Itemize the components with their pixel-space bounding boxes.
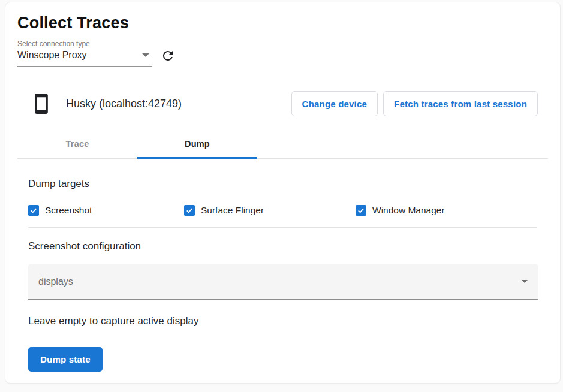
tab-trace[interactable]: Trace: [17, 129, 137, 158]
checkbox-window-manager[interactable]: Window Manager: [356, 205, 445, 216]
device-name: Husky (localhost:42749): [66, 98, 182, 110]
dump-targets-row: Screenshot Surface Flinger Window Manage…: [28, 205, 537, 216]
device-row: Husky (localhost:42749) Change device Fe…: [5, 89, 560, 118]
dump-section: Dump targets Screenshot Surface Flinger: [5, 177, 560, 372]
page-title: Collect Traces: [17, 13, 548, 33]
section-divider: [28, 227, 537, 228]
checkbox-box[interactable]: [28, 205, 39, 216]
collect-traces-card: Collect Traces Select connection type Wi…: [5, 2, 561, 384]
checkbox-label: Window Manager: [372, 205, 445, 216]
displays-hint: Leave empty to capture active display: [28, 315, 537, 327]
displays-select[interactable]: displays: [28, 264, 538, 300]
connection-type-value: Winscope Proxy: [17, 50, 87, 61]
checkbox-screenshot[interactable]: Screenshot: [28, 205, 184, 216]
displays-select-value: displays: [38, 276, 522, 287]
tab-bar: Trace Dump: [17, 129, 548, 159]
checkbox-label: Surface Flinger: [201, 205, 264, 216]
checkmark-icon: [185, 206, 194, 215]
refresh-icon: [161, 49, 175, 63]
checkbox-box[interactable]: [356, 205, 366, 216]
change-device-button[interactable]: Change device: [291, 91, 378, 116]
active-tab-indicator: [137, 157, 257, 159]
header: Collect Traces Select connection type Wi…: [5, 2, 560, 67]
smartphone-icon: [35, 94, 48, 114]
connection-type-value-row[interactable]: Winscope Proxy: [17, 49, 152, 67]
checkbox-box[interactable]: [184, 205, 195, 216]
checkbox-surface-flinger[interactable]: Surface Flinger: [184, 205, 356, 216]
checkbox-label: Screenshot: [45, 205, 92, 216]
connection-row: Select connection type Winscope Proxy: [17, 39, 548, 67]
connection-type-select[interactable]: Select connection type Winscope Proxy: [17, 39, 152, 67]
refresh-connection-button[interactable]: [160, 48, 176, 64]
dump-targets-heading: Dump targets: [28, 177, 537, 191]
dump-state-button[interactable]: Dump state: [28, 347, 103, 372]
dropdown-arrow-icon: [142, 53, 149, 57]
tab-dump[interactable]: Dump: [137, 129, 257, 158]
fetch-traces-button[interactable]: Fetch traces from last session: [383, 91, 538, 116]
dropdown-arrow-icon: [522, 280, 528, 283]
checkmark-icon: [357, 206, 365, 215]
checkmark-icon: [29, 206, 38, 215]
screenshot-config-heading: Screenshot configuration: [28, 240, 537, 253]
connection-type-label: Select connection type: [17, 39, 152, 49]
